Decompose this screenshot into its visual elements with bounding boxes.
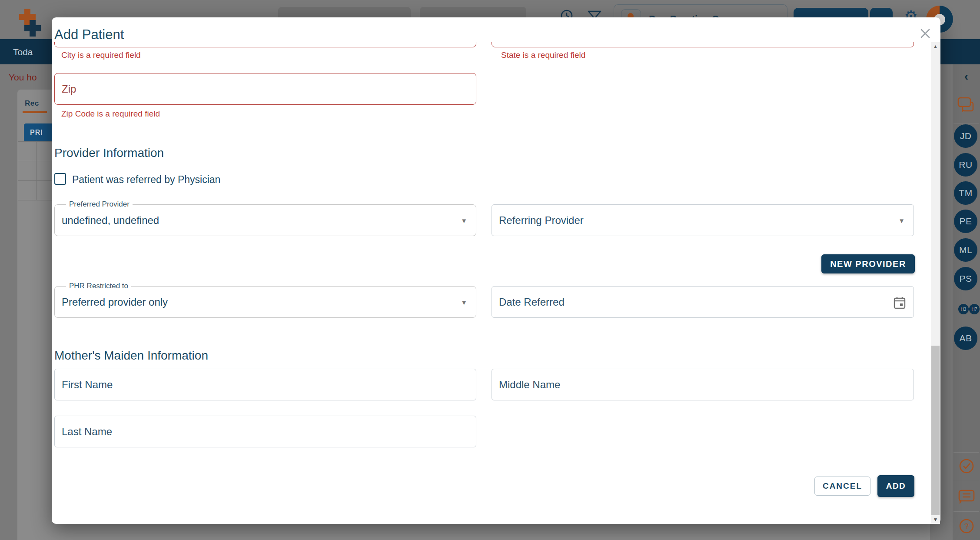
staff-chip[interactable]: H7 bbox=[969, 304, 980, 314]
calendar-icon[interactable] bbox=[894, 296, 906, 309]
new-provider-button[interactable]: NEW PROVIDER bbox=[821, 254, 915, 273]
add-label: ADD bbox=[886, 481, 906, 491]
referred-by-physician-label: Patient was referred by Physician bbox=[72, 174, 220, 186]
page-alert-text: You ho bbox=[9, 72, 37, 83]
city-field[interactable] bbox=[54, 42, 476, 47]
mothers-last-name-field[interactable]: Last Name bbox=[54, 416, 476, 447]
referring-provider-placeholder: Referring Provider bbox=[499, 214, 584, 227]
divider bbox=[953, 452, 979, 453]
staff-chip[interactable]: H3 bbox=[958, 304, 969, 314]
preferred-provider-select[interactable]: Preferred Provider undefined, undefined … bbox=[54, 204, 476, 236]
chevron-down-icon: ▼ bbox=[898, 217, 905, 224]
staff-avatar[interactable]: RU bbox=[954, 153, 977, 177]
app-logo-cross-icon bbox=[19, 8, 41, 39]
phr-restricted-label: PHR Restricted to bbox=[66, 282, 131, 290]
add-button[interactable]: ADD bbox=[877, 475, 914, 497]
help-icon[interactable]: ? bbox=[959, 518, 974, 534]
last-name-placeholder: Last Name bbox=[62, 426, 112, 438]
staff-avatar[interactable]: JD bbox=[954, 124, 977, 148]
date-referred-field[interactable]: Date Referred bbox=[492, 286, 914, 318]
add-patient-modal: Add Patient City is a required field Sta… bbox=[52, 17, 940, 524]
chevron-down-icon: ▼ bbox=[461, 217, 467, 224]
date-referred-placeholder: Date Referred bbox=[499, 296, 565, 308]
new-provider-label: NEW PROVIDER bbox=[830, 259, 906, 269]
table-border bbox=[18, 141, 18, 200]
modal-title: Add Patient bbox=[54, 27, 124, 43]
phr-restricted-select[interactable]: PHR Restricted to Preferred provider onl… bbox=[54, 286, 476, 318]
scroll-up-icon[interactable]: ▲ bbox=[931, 43, 940, 50]
state-field[interactable] bbox=[492, 42, 914, 47]
staff-avatar[interactable]: TM bbox=[954, 181, 977, 205]
phr-restricted-value: Preferred provider only bbox=[62, 296, 168, 308]
chat-bubbles-icon[interactable] bbox=[957, 97, 976, 113]
screen: Dev Practice One ⚙ Toda You ho Rec PRI ‹… bbox=[0, 0, 980, 540]
message-icon[interactable] bbox=[958, 490, 975, 505]
staff-avatar[interactable]: PE bbox=[954, 210, 977, 233]
print-button-label: PRI bbox=[30, 129, 43, 137]
scroll-down-icon[interactable]: ▼ bbox=[931, 517, 940, 523]
cancel-button[interactable]: CANCEL bbox=[814, 477, 870, 496]
tab-recent[interactable]: Rec bbox=[25, 99, 39, 108]
zip-placeholder: Zip bbox=[62, 83, 76, 95]
divider bbox=[953, 481, 979, 481]
table-border bbox=[36, 141, 37, 200]
referred-by-physician-checkbox[interactable] bbox=[54, 173, 66, 185]
right-sidebar: ‹ JD RU TM PE ML PS H3 H7 AB ? bbox=[953, 64, 980, 540]
collapse-sidebar-icon[interactable]: ‹ bbox=[964, 70, 968, 83]
close-icon[interactable] bbox=[919, 27, 932, 40]
mothers-middle-name-field[interactable]: Middle Name bbox=[492, 369, 914, 400]
cancel-label: CANCEL bbox=[823, 481, 862, 491]
middle-name-placeholder: Middle Name bbox=[499, 379, 560, 391]
mothers-section-heading: Mother's Maiden Information bbox=[54, 349, 208, 363]
zip-field[interactable]: Zip bbox=[54, 73, 476, 105]
state-error-text: State is a required field bbox=[501, 50, 585, 60]
referring-provider-select[interactable]: Referring Provider ▼ bbox=[492, 204, 914, 236]
staff-avatar[interactable]: ML bbox=[954, 238, 977, 262]
divider bbox=[953, 511, 979, 512]
first-name-placeholder: First Name bbox=[62, 379, 113, 391]
staff-avatar[interactable]: PS bbox=[954, 267, 977, 290]
modal-scroll-area: City is a required field State is a requ… bbox=[52, 42, 931, 524]
city-error-text: City is a required field bbox=[61, 50, 141, 60]
tab-underline bbox=[23, 111, 47, 113]
staff-avatar[interactable]: AB bbox=[954, 327, 977, 350]
provider-section-heading: Provider Information bbox=[54, 146, 164, 160]
mothers-first-name-field[interactable]: First Name bbox=[54, 369, 476, 400]
svg-text:?: ? bbox=[964, 522, 969, 531]
divider bbox=[953, 123, 979, 123]
chevron-down-icon: ▼ bbox=[461, 298, 467, 306]
preferred-provider-label: Preferred Provider bbox=[66, 200, 133, 209]
nav-item-today[interactable]: Toda bbox=[13, 47, 33, 57]
zip-error-text: Zip Code is a required field bbox=[61, 109, 160, 119]
check-circle-icon[interactable] bbox=[959, 458, 974, 474]
scrollbar-thumb[interactable] bbox=[931, 346, 940, 515]
preferred-provider-value: undefined, undefined bbox=[62, 214, 159, 227]
modal-scrollbar[interactable]: ▲ ▼ bbox=[931, 42, 940, 524]
